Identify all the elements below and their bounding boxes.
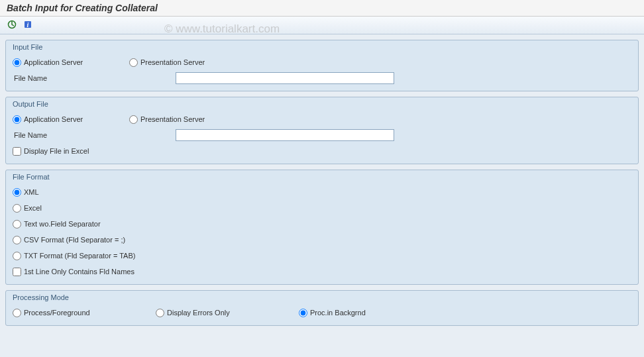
group-heading: Output File xyxy=(6,97,638,109)
group-output-file: Output File Application Server Presentat… xyxy=(5,97,639,164)
radio-input[interactable] xyxy=(156,309,164,317)
radio-input[interactable] xyxy=(13,220,21,229)
group-processing-mode: Processing Mode Process/Foreground Displ… xyxy=(5,290,639,326)
checkbox-input[interactable] xyxy=(13,147,21,156)
radio-input[interactable] xyxy=(13,188,21,197)
radio-xml[interactable]: XML xyxy=(13,188,39,197)
group-heading: Processing Mode xyxy=(6,291,638,303)
radio-input[interactable] xyxy=(13,252,21,260)
radio-input[interactable] xyxy=(13,115,21,124)
radio-label: Presentation Server xyxy=(140,115,205,123)
radio-label: Application Server xyxy=(24,58,83,66)
radio-label: Presentation Server xyxy=(140,58,205,66)
radio-app-server[interactable]: Application Server xyxy=(13,58,125,67)
radio-label: CSV Format (Fld Separator = ;) xyxy=(24,236,125,244)
file-name-label: File Name xyxy=(13,74,172,82)
page-title: Batch Input for Creating Collateral xyxy=(0,0,644,17)
radio-label: Display Errors Only xyxy=(167,309,230,317)
group-heading: Input File xyxy=(6,40,638,52)
content: Input File Application Server Presentati… xyxy=(0,34,644,336)
radio-txt[interactable]: TXT Format (Fld Separator = TAB) xyxy=(13,252,135,260)
radio-label: Application Server xyxy=(24,115,83,123)
radio-app-server[interactable]: Application Server xyxy=(13,115,125,124)
radio-text-wo[interactable]: Text wo.Field Separator xyxy=(13,220,101,229)
check-display-excel[interactable]: Display File in Excel xyxy=(13,147,89,156)
radio-label: Text wo.Field Separator xyxy=(24,220,101,228)
radio-label: Excel xyxy=(24,204,42,212)
radio-input[interactable] xyxy=(13,204,21,213)
file-name-label: File Name xyxy=(13,131,172,139)
radio-errors[interactable]: Display Errors Only xyxy=(156,309,295,317)
check-first-line[interactable]: 1st Line Only Contains Fld Names xyxy=(13,268,134,276)
radio-input[interactable] xyxy=(299,309,307,317)
radio-excel[interactable]: Excel xyxy=(13,204,42,213)
group-file-format: File Format XML Excel Text wo.Field Sepa… xyxy=(5,170,639,285)
radio-label: Process/Foreground xyxy=(24,309,90,317)
checkbox-label: 1st Line Only Contains Fld Names xyxy=(24,268,134,276)
radio-foreground[interactable]: Process/Foreground xyxy=(13,309,152,317)
radio-input[interactable] xyxy=(13,236,21,244)
group-input-file: Input File Application Server Presentati… xyxy=(5,40,639,91)
group-heading: File Format xyxy=(6,170,638,182)
radio-pres-server[interactable]: Presentation Server xyxy=(129,115,242,124)
file-name-input[interactable] xyxy=(176,72,394,84)
info-button[interactable]: i xyxy=(21,19,34,31)
svg-text:i: i xyxy=(27,21,29,28)
radio-label: XML xyxy=(24,188,39,196)
toolbar: i xyxy=(0,17,644,34)
radio-pres-server[interactable]: Presentation Server xyxy=(129,58,242,67)
radio-label: TXT Format (Fld Separator = TAB) xyxy=(24,252,135,260)
radio-label: Proc.in Backgrnd xyxy=(310,309,366,317)
radio-input[interactable] xyxy=(129,58,138,67)
checkbox-label: Display File in Excel xyxy=(24,147,89,155)
radio-background[interactable]: Proc.in Backgrnd xyxy=(299,309,438,317)
file-name-input[interactable] xyxy=(176,129,394,141)
radio-csv[interactable]: CSV Format (Fld Separator = ;) xyxy=(13,236,125,244)
radio-input[interactable] xyxy=(129,115,138,124)
radio-input[interactable] xyxy=(13,309,21,317)
execute-icon xyxy=(7,20,17,30)
radio-input[interactable] xyxy=(13,58,21,67)
info-icon: i xyxy=(23,20,32,30)
execute-button[interactable] xyxy=(5,19,19,31)
checkbox-input[interactable] xyxy=(13,268,21,276)
